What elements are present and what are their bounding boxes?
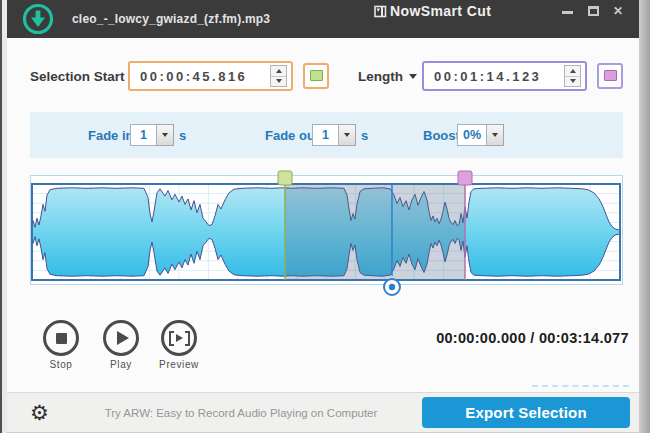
footer-bar: ⚙ Try ARW: Easy to Record Audio Playing … <box>7 392 639 433</box>
play-button[interactable] <box>103 320 139 356</box>
arrow-down-icon <box>570 79 576 83</box>
length-label: Length <box>358 69 403 84</box>
loaded-filename: cleo_-_lowcy_gwiazd_(zf.fm).mp3 <box>72 12 270 26</box>
stop-icon <box>56 333 67 344</box>
fade-in-dropdown-button[interactable] <box>157 124 174 146</box>
boost-label: Boost <box>423 128 460 143</box>
selection-end-marker[interactable] <box>458 171 472 185</box>
length-spinner[interactable] <box>564 65 581 87</box>
fade-in-unit: s <box>179 128 186 143</box>
stop-button[interactable] <box>43 320 79 356</box>
titlebar: cleo_-_lowcy_gwiazd_(zf.fm).mp3 NowSmart… <box>7 0 639 38</box>
length-value: 00:01:14.123 <box>434 69 541 84</box>
fade-out-unit: s <box>361 128 368 143</box>
play-label: Play <box>91 359 151 370</box>
chevron-down-icon <box>162 133 168 137</box>
arrow-up-icon <box>570 69 576 73</box>
nowsmart-logo-icon <box>374 5 387 18</box>
chevron-down-icon <box>492 133 498 137</box>
fade-in-select[interactable]: 1 <box>130 124 174 146</box>
export-selection-button[interactable]: Export Selection <box>422 397 630 428</box>
preview-icon <box>169 331 190 346</box>
stop-label: Stop <box>31 359 91 370</box>
boost-dropdown-button[interactable] <box>487 124 504 146</box>
playhead-handle-dot <box>389 284 395 290</box>
boost-value: 0% <box>457 124 487 146</box>
arrow-up-icon <box>276 69 282 73</box>
ad-link[interactable]: Try ARW: Easy to Record Audio Playing on… <box>95 407 387 419</box>
fade-out-dropdown-button[interactable] <box>339 124 356 146</box>
selection-start-label: Selection Start <box>30 69 125 84</box>
play-icon <box>117 331 129 345</box>
preview-button[interactable] <box>161 320 197 356</box>
length-input[interactable]: 00:01:14.123 <box>422 61 587 91</box>
app-window: cleo_-_lowcy_gwiazd_(zf.fm).mp3 NowSmart… <box>0 0 650 433</box>
window-shadow-left <box>2 0 7 433</box>
dashed-divider <box>532 385 629 387</box>
app-title: NowSmart Cut <box>390 3 491 19</box>
fade-out-value: 1 <box>312 124 339 146</box>
fade-in-label: Fade in <box>88 128 134 143</box>
spin-down-button[interactable] <box>565 76 580 87</box>
boost-select[interactable]: 0% <box>457 124 504 146</box>
selection-start-color-swatch[interactable] <box>303 63 329 89</box>
selection-start-marker[interactable] <box>278 171 292 185</box>
maximize-icon <box>588 6 599 16</box>
fade-in-value: 1 <box>130 124 157 146</box>
length-color-swatch[interactable] <box>597 63 623 89</box>
close-button[interactable]: ✕ <box>609 3 627 18</box>
length-dropdown[interactable]: Length <box>358 69 417 84</box>
selection-region[interactable] <box>285 184 465 280</box>
selection-start-spinner[interactable] <box>270 65 287 87</box>
green-swatch-icon <box>310 70 323 81</box>
arrow-down-icon <box>276 79 282 83</box>
chevron-down-icon <box>344 133 350 137</box>
selection-start-input[interactable]: 00:00:45.816 <box>128 61 293 91</box>
selection-start-value: 00:00:45.816 <box>140 69 247 84</box>
spin-down-button[interactable] <box>271 76 286 87</box>
minimize-icon <box>562 11 573 14</box>
purple-swatch-icon <box>604 70 617 81</box>
preview-label: Preview <box>149 359 209 370</box>
download-logo-icon <box>22 3 54 35</box>
fade-out-select[interactable]: 1 <box>312 124 356 146</box>
maximize-button[interactable] <box>584 3 602 18</box>
waveform-svg <box>30 165 623 297</box>
spin-up-button[interactable] <box>565 66 580 76</box>
chevron-down-icon <box>409 74 417 79</box>
effects-bar: Fade in 1 s Fade out 1 s Boost 0% <box>30 112 623 158</box>
minimize-button[interactable] <box>558 3 576 18</box>
settings-gear-button[interactable]: ⚙ <box>30 393 49 433</box>
spin-up-button[interactable] <box>271 66 286 76</box>
waveform-panel[interactable] <box>30 165 623 297</box>
window-shadow-right <box>639 0 650 433</box>
playback-time-display: 00:00:00.000 / 00:03:14.077 <box>430 330 635 346</box>
close-icon: ✕ <box>613 4 623 18</box>
